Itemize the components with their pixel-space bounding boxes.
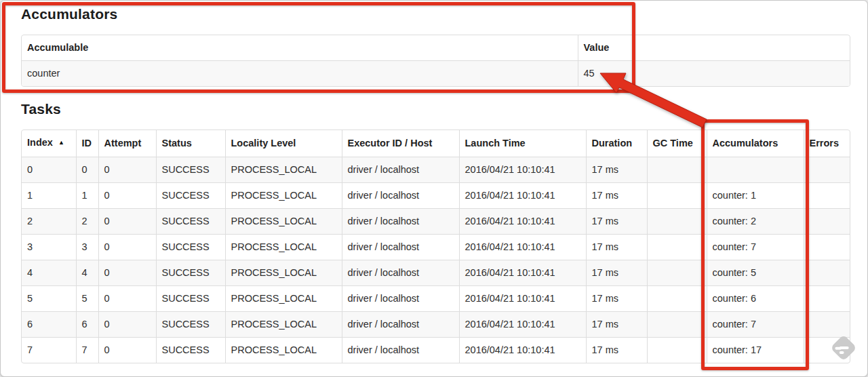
column-header-label: Accumulators bbox=[713, 138, 778, 148]
table-cell: SUCCESS bbox=[156, 312, 225, 338]
task-row: 440SUCCESSPROCESS_LOCALdriver / localhos… bbox=[22, 260, 850, 286]
table-cell: 6 bbox=[76, 312, 98, 338]
column-header-accumulable[interactable]: Accumulable bbox=[22, 35, 578, 61]
column-header-gc-time[interactable]: GC Time bbox=[647, 130, 707, 157]
tasks-header-row: Index▲IDAttemptStatusLocality LevelExecu… bbox=[22, 130, 850, 157]
column-header-label: Status bbox=[162, 138, 192, 148]
table-cell: 2016/04/21 10:10:41 bbox=[459, 312, 586, 338]
column-header-attempt[interactable]: Attempt bbox=[98, 130, 156, 157]
table-cell: 5 bbox=[76, 286, 98, 312]
table-cell: counter: 2 bbox=[707, 209, 804, 235]
table-cell: driver / localhost bbox=[342, 209, 459, 235]
table-cell: SUCCESS bbox=[156, 338, 225, 363]
table-cell: 2016/04/21 10:10:41 bbox=[459, 157, 586, 183]
table-cell: driver / localhost bbox=[342, 157, 459, 183]
table-cell bbox=[804, 286, 850, 312]
table-cell: 17 ms bbox=[586, 338, 647, 363]
task-row: 770SUCCESSPROCESS_LOCALdriver / localhos… bbox=[22, 338, 850, 363]
table-cell: PROCESS_LOCAL bbox=[225, 157, 342, 183]
task-row: 660SUCCESSPROCESS_LOCALdriver / localhos… bbox=[22, 312, 850, 338]
table-cell: 0 bbox=[98, 338, 156, 363]
table-cell: 4 bbox=[76, 260, 98, 286]
table-cell: 0 bbox=[98, 183, 156, 209]
table-cell: PROCESS_LOCAL bbox=[225, 235, 342, 260]
task-row: 220SUCCESSPROCESS_LOCALdriver / localhos… bbox=[22, 209, 850, 235]
table-cell: PROCESS_LOCAL bbox=[225, 183, 342, 209]
table-cell: 0 bbox=[98, 209, 156, 235]
table-cell bbox=[707, 157, 804, 183]
table-cell bbox=[647, 235, 707, 260]
table-cell: 3 bbox=[22, 235, 76, 260]
table-cell: 2016/04/21 10:10:41 bbox=[459, 260, 586, 286]
column-header-executor-id-host[interactable]: Executor ID / Host bbox=[342, 130, 459, 157]
table-cell: 5 bbox=[22, 286, 76, 312]
task-row: 550SUCCESSPROCESS_LOCALdriver / localhos… bbox=[22, 286, 850, 312]
task-row: 000SUCCESSPROCESS_LOCALdriver / localhos… bbox=[22, 157, 850, 183]
table-cell: SUCCESS bbox=[156, 286, 225, 312]
column-header-label: Locality Level bbox=[231, 138, 296, 148]
column-header-label: Launch Time bbox=[465, 138, 526, 148]
column-header-id[interactable]: ID bbox=[76, 130, 98, 157]
table-cell: PROCESS_LOCAL bbox=[225, 209, 342, 235]
task-row: 330SUCCESSPROCESS_LOCALdriver / localhos… bbox=[22, 235, 850, 260]
accumulable-row: counter45 bbox=[22, 61, 850, 87]
column-header-accumulators[interactable]: Accumulators bbox=[707, 130, 804, 157]
column-header-duration[interactable]: Duration bbox=[586, 130, 647, 157]
column-header-label: Accumulable bbox=[27, 42, 88, 53]
table-cell bbox=[804, 157, 850, 183]
column-header-value[interactable]: Value bbox=[578, 35, 850, 61]
table-cell: PROCESS_LOCAL bbox=[225, 312, 342, 338]
table-cell: 2016/04/21 10:10:41 bbox=[459, 235, 586, 260]
table-cell bbox=[647, 157, 707, 183]
table-cell bbox=[647, 209, 707, 235]
tasks-section-title: Tasks bbox=[21, 101, 61, 117]
table-cell: 0 bbox=[98, 157, 156, 183]
accumulators-header-row: AccumulableValue bbox=[22, 35, 850, 61]
tasks-table-body: 000SUCCESSPROCESS_LOCALdriver / localhos… bbox=[22, 157, 850, 363]
table-cell: 1 bbox=[76, 183, 98, 209]
table-cell bbox=[804, 338, 850, 363]
table-cell: counter: 17 bbox=[707, 338, 804, 363]
table-cell: counter: 7 bbox=[707, 312, 804, 338]
column-header-errors[interactable]: Errors bbox=[804, 130, 850, 157]
table-cell: 17 ms bbox=[586, 209, 647, 235]
table-cell: 4 bbox=[22, 260, 76, 286]
table-cell: 17 ms bbox=[586, 260, 647, 286]
table-cell bbox=[647, 260, 707, 286]
table-cell: 17 ms bbox=[586, 312, 647, 338]
table-cell: driver / localhost bbox=[342, 312, 459, 338]
table-cell bbox=[804, 209, 850, 235]
column-header-label: Value bbox=[584, 42, 610, 53]
table-cell: SUCCESS bbox=[156, 260, 225, 286]
table-cell: counter: 6 bbox=[707, 286, 804, 312]
column-header-launch-time[interactable]: Launch Time bbox=[459, 130, 586, 157]
table-cell: counter: 7 bbox=[707, 235, 804, 260]
table-cell: driver / localhost bbox=[342, 235, 459, 260]
table-cell bbox=[804, 260, 850, 286]
column-header-label: Attempt bbox=[104, 138, 142, 148]
column-header-label: GC Time bbox=[653, 138, 693, 148]
table-cell: SUCCESS bbox=[156, 209, 225, 235]
table-cell: 1 bbox=[22, 183, 76, 209]
table-cell: 17 ms bbox=[586, 183, 647, 209]
table-cell: counter: 5 bbox=[707, 260, 804, 286]
column-header-locality-level[interactable]: Locality Level bbox=[225, 130, 342, 157]
column-header-index[interactable]: Index▲ bbox=[22, 130, 76, 157]
table-cell: 2 bbox=[22, 209, 76, 235]
table-cell: driver / localhost bbox=[342, 260, 459, 286]
table-cell bbox=[647, 338, 707, 363]
table-cell bbox=[804, 312, 850, 338]
table-cell: 2016/04/21 10:10:41 bbox=[459, 286, 586, 312]
table-cell: 0 bbox=[98, 260, 156, 286]
table-cell bbox=[647, 183, 707, 209]
table-cell: PROCESS_LOCAL bbox=[225, 286, 342, 312]
table-cell: SUCCESS bbox=[156, 235, 225, 260]
table-cell: driver / localhost bbox=[342, 183, 459, 209]
table-cell: 0 bbox=[98, 235, 156, 260]
table-cell bbox=[804, 235, 850, 260]
table-cell: 2016/04/21 10:10:41 bbox=[459, 209, 586, 235]
column-header-status[interactable]: Status bbox=[156, 130, 225, 157]
table-cell: PROCESS_LOCAL bbox=[225, 338, 342, 363]
table-cell: 0 bbox=[22, 157, 76, 183]
table-cell: 17 ms bbox=[586, 157, 647, 183]
